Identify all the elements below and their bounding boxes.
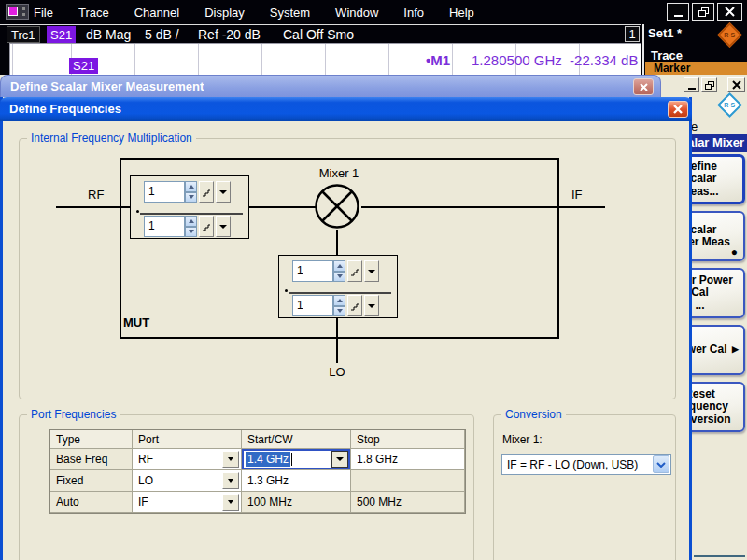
close-icon — [672, 104, 684, 115]
close-button[interactable] — [717, 3, 742, 21]
rf-numerator-field[interactable]: 1 — [144, 181, 185, 203]
spin-down-icon — [189, 230, 194, 233]
spin-up-button[interactable] — [333, 295, 345, 306]
group-internal-frequency-multiplication: Internal Frequency Multiplication RF IF … — [19, 138, 676, 399]
port-select-lo[interactable]: LO — [133, 470, 242, 492]
rs-monogram: R·S — [724, 32, 735, 38]
lo-numerator-field[interactable]: 1 — [292, 260, 333, 282]
dropdown-button[interactable] — [364, 295, 379, 316]
combo-dropdown-button[interactable] — [653, 455, 669, 473]
rf-denominator-field[interactable]: 1 — [144, 216, 185, 237]
chevron-down-icon — [219, 190, 227, 194]
combo-dropdown-button[interactable] — [331, 451, 348, 468]
spin-down-button[interactable] — [333, 272, 345, 283]
combo-field[interactable]: 1.4 GHz — [242, 449, 350, 469]
start-cw-combobox[interactable]: 1.4 GHz — [242, 449, 351, 470]
spin-up-icon — [337, 264, 343, 268]
trace-menu-header[interactable]: Trace — [651, 49, 683, 63]
selected-value: 1.4 GHz — [246, 452, 290, 467]
fraction-bar — [289, 292, 391, 294]
panel-divider — [642, 24, 644, 75]
dropdown-button[interactable] — [364, 260, 379, 282]
menu-help[interactable]: Help — [449, 6, 474, 20]
spin-down-icon — [189, 195, 194, 199]
menu-file[interactable]: File — [34, 6, 53, 20]
mixer-label: Mixer 1 — [314, 166, 364, 180]
if-port-label: IF — [571, 188, 583, 202]
separator-line — [0, 24, 641, 25]
app-restore-button[interactable] — [701, 77, 717, 92]
spin-down-button[interactable] — [185, 227, 197, 238]
port-select-rf[interactable]: RF — [133, 449, 242, 470]
menu-info[interactable]: Info — [403, 6, 424, 20]
lo-fraction-control: 1 1 — [278, 255, 398, 318]
mixer-icon — [314, 183, 360, 230]
spin-up-button[interactable] — [185, 181, 197, 192]
trace-name-badge[interactable]: Trc1 — [7, 26, 40, 43]
marker-readout: 1.280500 GHz -22.334 dB — [472, 52, 638, 68]
analyzer-screen: File Trace Channel Display System Window… — [0, 0, 747, 560]
start-cw-value-cell[interactable]: 1.3 GHz — [242, 470, 351, 492]
column-header-stop: Stop — [351, 430, 465, 449]
menu-trace[interactable]: Trace — [78, 6, 109, 20]
app-window-controls — [684, 77, 745, 92]
fraction-bar — [140, 213, 243, 215]
rf-numerator-spinner — [185, 181, 197, 203]
stop-value-cell[interactable]: 1.8 GHz — [351, 449, 465, 470]
trace-format[interactable]: dB Mag — [86, 27, 131, 42]
spin-down-icon — [337, 309, 343, 313]
trace-param-badge[interactable]: S21 — [47, 26, 76, 43]
close-button[interactable] — [633, 78, 654, 95]
marker-menu-header[interactable]: Marker — [645, 62, 747, 75]
step-size-button[interactable] — [347, 260, 362, 282]
trace-ref[interactable]: Ref -20 dB — [198, 27, 261, 42]
group-port-frequencies: Port Frequencies Type Port Start/CW Stop… — [19, 414, 474, 560]
step-size-button[interactable] — [199, 216, 214, 237]
step-size-button[interactable] — [199, 181, 214, 203]
spin-down-button[interactable] — [185, 192, 197, 203]
trace-label-tag[interactable]: S21 — [69, 58, 98, 74]
spin-down-button[interactable] — [333, 306, 345, 317]
column-header-start-cw: Start/CW — [242, 430, 351, 449]
column-header-type: Type — [50, 430, 133, 449]
dropdown-button[interactable] — [216, 181, 231, 203]
port-dropdown-button[interactable] — [222, 494, 239, 511]
port-select-if[interactable]: IF — [133, 492, 242, 513]
menu-system[interactable]: System — [270, 6, 310, 20]
conversion-value: IF = RF - LO (Down, USB) — [507, 458, 638, 471]
submenu-arrow-icon: ▶ — [732, 344, 739, 354]
dropdown-button[interactable] — [216, 216, 231, 237]
conversion-combobox[interactable]: IF = RF - LO (Down, USB) — [501, 454, 671, 475]
dialog-body: Internal Frequency Multiplication RF IF … — [0, 121, 692, 560]
spin-up-icon — [189, 185, 194, 189]
menu-window[interactable]: Window — [335, 6, 378, 20]
spin-up-button[interactable] — [185, 216, 197, 227]
step-size-button[interactable] — [347, 295, 362, 316]
restore-button[interactable] — [692, 3, 714, 21]
dialog-title-bar[interactable]: Define Frequencies — [0, 97, 692, 121]
mixer1-label: Mixer 1: — [502, 433, 543, 446]
close-button[interactable] — [668, 101, 688, 118]
minimize-button[interactable] — [667, 3, 689, 21]
trace-scale[interactable]: 5 dB / — [145, 27, 179, 42]
spin-up-icon — [189, 219, 194, 223]
restore-icon — [705, 81, 714, 90]
chevron-down-icon — [336, 457, 344, 461]
menu-channel[interactable]: Channel — [134, 6, 179, 20]
row-type-cell: Base Freq — [50, 449, 133, 470]
group-label: Port Frequencies — [27, 408, 120, 421]
trace-cal-state: Cal Off Smo — [283, 27, 354, 42]
dialog-define-scalar-mixer-measurement[interactable]: Define Scalar Mixer Measurement — [0, 75, 661, 98]
spin-up-button[interactable] — [333, 260, 345, 272]
menu-bar: File Trace Channel Display System Window… — [0, 0, 747, 24]
lo-denominator-field[interactable]: 1 — [292, 295, 333, 316]
app-minimize-button[interactable] — [684, 77, 699, 92]
port-dropdown-button[interactable] — [222, 451, 239, 468]
app-close-button[interactable] — [727, 77, 745, 92]
port-dropdown-button[interactable] — [222, 472, 239, 489]
chevron-down-icon — [368, 304, 375, 308]
menu-display[interactable]: Display — [204, 6, 245, 20]
close-icon — [725, 7, 735, 17]
setup-tab-label[interactable]: Set1 * — [648, 26, 682, 40]
minimize-icon — [688, 88, 696, 90]
